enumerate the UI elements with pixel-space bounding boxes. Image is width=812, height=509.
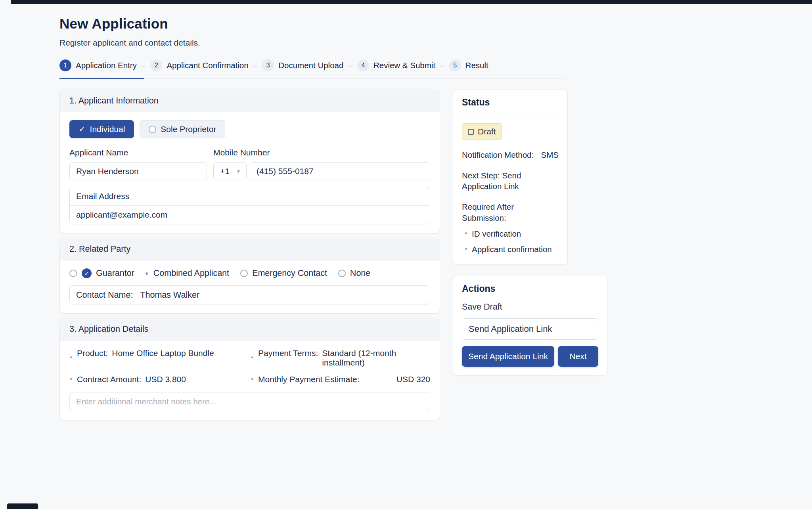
required-after-submission-label: Required After Submission: [462, 201, 559, 223]
step-result[interactable]: 5 Result [449, 59, 488, 71]
step-3-circle: 3 [262, 59, 274, 71]
status-badge: Draft [462, 123, 502, 140]
step-4-circle: 4 [357, 59, 369, 71]
status-title: Status [453, 90, 567, 115]
related-party-section-title: 2. Related Party [60, 238, 440, 260]
sole-proprietor-label: Sole Proprietor [161, 124, 216, 134]
country-code-select[interactable]: +1 ▾ [213, 162, 247, 180]
contract-amount-label: Contract Amount: [77, 375, 141, 384]
email-address-label: Email Address [70, 187, 430, 206]
step-separator: – [253, 61, 258, 70]
checkbox-outline-icon [468, 129, 474, 135]
step-2-circle: 2 [150, 59, 162, 71]
step-separator: – [348, 61, 352, 70]
radio-unselected-icon [149, 126, 156, 133]
merchant-notes-input[interactable]: Enter additional merchant notes here... [69, 392, 430, 411]
main-column: 1. Applicant Information ✓ Individual So… [59, 90, 440, 425]
required-item-label: ID verification [472, 229, 521, 239]
country-code-value: +1 [220, 166, 230, 176]
next-button[interactable]: Next [558, 346, 598, 367]
notification-method-value: SMS [541, 149, 559, 161]
step-application-entry[interactable]: 1 Application Entry [59, 59, 137, 71]
bullet-icon [251, 378, 253, 380]
contact-name-input[interactable]: Contact Name: Thomas Walker [69, 285, 430, 304]
emergency-contact-option[interactable]: Emergency Contact [240, 268, 327, 278]
step-4-label: Review & Submit [373, 61, 435, 70]
none-label: None [350, 268, 370, 278]
none-option[interactable]: None [338, 268, 370, 278]
radio-unselected-icon [338, 270, 346, 277]
email-address-input[interactable]: applicant@example.com [70, 206, 430, 224]
step-applicant-confirmation[interactable]: 2 Applicant Confirmation [150, 59, 248, 71]
sole-proprietor-option-button[interactable]: Sole Proprietor [140, 120, 225, 138]
step-2-label: Applicant Confirmation [167, 61, 248, 70]
dot-separator-icon [146, 272, 148, 275]
monthly-payment-detail: Monthly Payment Estimate: USD 320 [251, 375, 430, 384]
application-details-section: 3. Application Details Product: Home Off… [59, 318, 440, 420]
step-3-label: Document Upload [278, 61, 343, 70]
step-5-label: Result [465, 61, 488, 70]
send-application-link-secondary-button[interactable]: Send Application Link [462, 318, 599, 340]
applicant-name-input[interactable]: Ryan Henderson [69, 162, 207, 180]
contact-name-label: Contact Name: [76, 290, 133, 300]
product-value: Home Office Laptop Bundle [112, 348, 214, 358]
contact-name-value: Thomas Walker [140, 290, 199, 300]
list-item: Applicant confirmation [462, 245, 559, 254]
payment-terms-detail: Payment Terms: Standard (12-month instal… [251, 348, 430, 367]
step-1-label: Application Entry [76, 61, 137, 70]
step-review-submit[interactable]: 4 Review & Submit [357, 59, 435, 71]
list-item: ID verification [462, 229, 559, 239]
applicant-type-toggle: ✓ Individual Sole Proprietor [69, 120, 430, 138]
side-column: Status Draft Notification Method: SMS Ne… [453, 90, 608, 376]
guarantor-label: Guarantor [96, 268, 134, 278]
mobile-number-label: Mobile Number [213, 148, 270, 157]
radio-unselected-icon [240, 270, 248, 277]
payment-terms-value: Standard (12-month installment) [322, 348, 430, 367]
bullet-icon [70, 356, 72, 358]
taskbar-fragment [7, 503, 38, 509]
step-separator: – [142, 61, 146, 70]
check-icon: ✓ [79, 124, 86, 134]
next-step-row: Next Step: Send Application Link [462, 170, 559, 192]
next-step-label: Next Step: [462, 171, 500, 180]
applicant-name-label: Applicant Name [69, 148, 213, 157]
application-details-section-title: 3. Application Details [60, 318, 440, 341]
emergency-contact-label: Emergency Contact [252, 268, 327, 278]
page-title: New Application [59, 16, 812, 32]
individual-label: Individual [90, 124, 125, 134]
page: New Application Register applicant and c… [0, 0, 812, 425]
page-subtitle: Register applicant and contact details. [59, 38, 812, 48]
email-field-group: Email Address applicant@example.com [69, 187, 430, 224]
contract-amount-value: USD 3,800 [145, 375, 186, 384]
actions-card: Actions Save Draft Send Application Link… [453, 276, 607, 376]
related-party-options: ✓ Guarantor Combined Applicant Emergency… [69, 268, 430, 278]
monthly-payment-value: USD 320 [396, 375, 430, 384]
individual-option-button[interactable]: ✓ Individual [69, 120, 134, 138]
step-1-circle: 1 [59, 59, 71, 71]
bullet-icon [70, 378, 72, 380]
bullet-icon [251, 356, 253, 358]
applicant-information-section: 1. Applicant Information ✓ Individual So… [59, 90, 440, 233]
status-card: Status Draft Notification Method: SMS Ne… [453, 90, 568, 265]
bullet-icon [465, 248, 467, 250]
actions-title: Actions [453, 276, 607, 301]
step-5-circle: 5 [449, 59, 461, 71]
required-items-list: ID verification Applicant confirmation [462, 229, 559, 254]
mobile-number-input[interactable]: (415) 555-0187 [250, 162, 430, 180]
stepper-active-underline [59, 78, 144, 79]
guarantor-option[interactable]: ✓ Guarantor [82, 268, 134, 278]
radio-unselected-icon[interactable] [69, 270, 77, 277]
required-item-label: Applicant confirmation [472, 245, 552, 254]
chevron-down-icon: ▾ [237, 168, 240, 175]
send-application-link-button[interactable]: Send Application Link [462, 346, 554, 367]
window-top-edge [11, 0, 812, 4]
payment-terms-label: Payment Terms: [258, 348, 318, 358]
combined-applicant-option[interactable]: Combined Applicant [153, 268, 229, 278]
notification-method-row: Notification Method: SMS [462, 149, 559, 161]
step-document-upload[interactable]: 3 Document Upload [262, 59, 343, 71]
radio-selected-check-icon: ✓ [82, 268, 92, 278]
save-draft-button[interactable]: Save Draft [462, 302, 598, 312]
bullet-icon [465, 232, 467, 234]
combined-applicant-label: Combined Applicant [153, 268, 229, 278]
step-separator: – [440, 61, 444, 70]
